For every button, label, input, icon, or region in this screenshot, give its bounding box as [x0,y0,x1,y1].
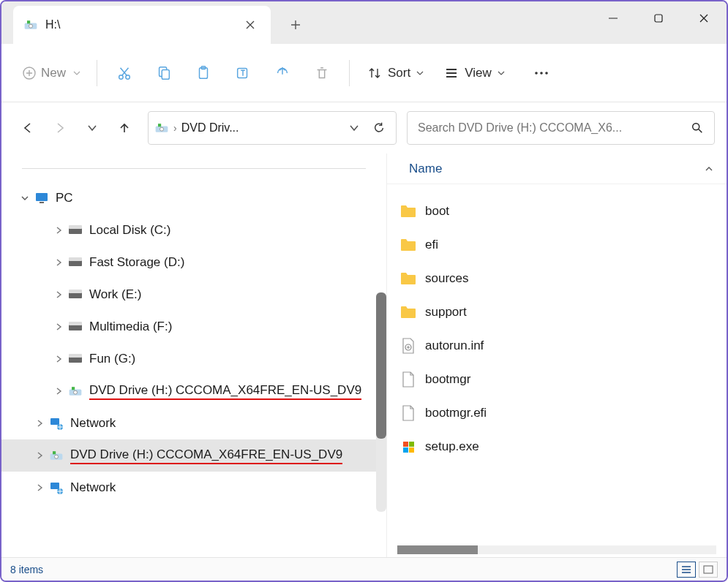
chevron-right-icon[interactable]: › [173,122,177,134]
tree-node[interactable]: DVD Drive (H:) CCCOMA_X64FRE_EN-US_DV9 [1,375,386,407]
svg-rect-27 [69,325,82,330]
file-list-item[interactable]: autorun.inf [387,329,727,363]
search-box[interactable] [407,111,715,145]
file-list-item[interactable]: bootmgr [387,363,727,396]
file-name: support [425,305,467,320]
file-name: boot [425,204,449,219]
exe-icon [400,439,416,455]
window-controls [590,1,727,35]
expand-icon[interactable] [31,484,48,491]
svg-rect-24 [69,257,82,261]
tree-node[interactable]: Fast Storage (D:) [1,246,386,279]
rename-button[interactable] [226,57,260,89]
expand-icon[interactable] [50,227,67,234]
more-button[interactable] [525,64,558,82]
file-name: efi [425,238,438,252]
status-bar: 8 items [1,557,727,581]
view-button[interactable]: View [437,66,512,80]
paste-button[interactable] [187,57,220,89]
search-input[interactable] [418,121,691,135]
cut-button[interactable] [108,57,141,89]
column-header: Name [387,154,727,184]
file-list-item[interactable]: setup.exe [387,430,727,464]
svg-rect-44 [403,447,408,453]
command-bar: New Sort View [1,44,727,102]
tree-node-label: Multimedia (F:) [89,320,172,334]
sort-button[interactable]: Sort [360,66,431,80]
svg-rect-39 [50,483,59,489]
svg-point-13 [540,72,543,75]
tree-node[interactable]: Local Disk (C:) [1,214,386,246]
expand-icon[interactable] [31,452,48,459]
tree-node[interactable]: Work (E:) [1,279,386,311]
svg-rect-26 [69,290,82,293]
expand-icon[interactable] [50,355,67,363]
close-window-button[interactable] [681,1,727,35]
expand-icon[interactable] [31,420,48,427]
expand-icon[interactable] [50,291,67,298]
file-list-item[interactable]: efi [387,228,727,262]
svg-rect-23 [69,260,82,266]
expand-icon[interactable] [50,259,67,266]
file-list-item[interactable]: support [387,295,727,329]
separator [349,60,350,86]
minimize-button[interactable] [590,1,636,35]
active-tab[interactable]: H:\ [13,6,271,44]
tree-node[interactable]: DVD Drive (H:) CCCOMA_X64FRE_EN-US_DV9 [1,439,386,472]
svg-point-12 [535,72,538,75]
collapse-icon[interactable] [16,194,34,203]
expand-icon[interactable] [50,323,67,330]
address-dropdown[interactable] [345,123,364,133]
tree-node[interactable]: Network [1,472,386,504]
expand-icon[interactable] [50,388,67,395]
titlebar: H:\ [1,1,727,44]
up-button[interactable] [110,113,139,143]
details-view-button[interactable] [677,562,696,578]
folder-icon [400,237,416,253]
file-icon [400,405,416,421]
svg-rect-17 [158,124,161,126]
column-caret-icon[interactable] [705,165,713,173]
refresh-button[interactable] [368,121,390,135]
copy-button[interactable] [147,57,181,89]
tree-node-label: Fast Storage (D:) [89,255,184,270]
svg-rect-46 [704,566,713,573]
item-count: 8 items [10,564,43,575]
search-icon[interactable] [691,121,704,135]
new-tab-button[interactable] [281,10,310,39]
breadcrumb[interactable]: DVD Driv... [181,121,239,135]
share-button[interactable] [266,57,299,89]
file-list-item[interactable]: sources [387,262,727,295]
file-name: sources [425,271,469,286]
folder-icon [400,271,416,287]
svg-rect-29 [69,357,82,363]
list-h-scrollbar[interactable] [397,545,716,554]
svg-rect-38 [53,451,56,454]
svg-rect-19 [36,193,48,201]
inf-icon [400,338,416,354]
tree-scrollbar[interactable] [376,292,386,512]
delete-button[interactable] [305,57,339,89]
tree-node-pc[interactable]: PC [1,182,386,214]
svg-rect-3 [655,15,662,22]
tree-node-label: Work (E:) [89,287,141,302]
file-list-item[interactable]: boot [387,194,727,228]
tab-close-button[interactable] [240,15,260,35]
forward-button[interactable] [45,113,75,143]
tab-title: H:\ [45,18,240,31]
file-icon [400,371,416,388]
drive-icon [67,287,83,303]
icons-view-button[interactable] [699,562,718,578]
tree-node[interactable]: Fun (G:) [1,343,386,375]
svg-rect-28 [69,322,82,325]
column-name[interactable]: Name [409,162,442,176]
tree-node-label: Fun (G:) [89,352,135,366]
tree-node[interactable]: Network [1,407,386,439]
new-button[interactable]: New [16,66,86,80]
tree-node[interactable]: Multimedia (F:) [1,311,386,343]
maximize-button[interactable] [636,1,681,35]
recent-button[interactable] [78,113,107,143]
address-bar[interactable]: › DVD Driv... [148,111,397,145]
back-button[interactable] [13,113,42,143]
file-list-item[interactable]: bootmgr.efi [387,396,727,430]
